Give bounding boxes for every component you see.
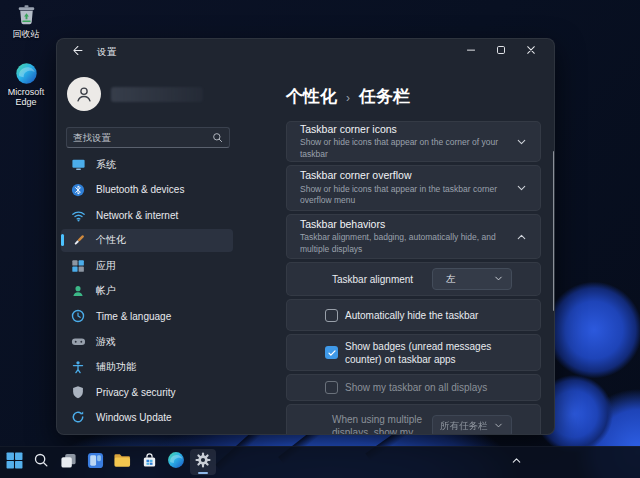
minimize-button[interactable] xyxy=(456,39,486,65)
sidebar-item-personalization[interactable]: 个性化 xyxy=(61,229,233,252)
settings-taskbar-button[interactable] xyxy=(190,449,216,475)
card-subtitle: Show or hide icons that appear on the co… xyxy=(300,137,506,160)
sidebar-item-accounts[interactable]: 帐户 xyxy=(61,279,233,302)
task-view-icon xyxy=(60,452,77,473)
gamepad-icon xyxy=(70,334,86,350)
card-taskbar-behaviors[interactable]: Taskbar behaviors Taskbar alignment, bad… xyxy=(286,214,541,259)
bluetooth-icon xyxy=(70,182,86,198)
checkmark-icon xyxy=(327,344,337,362)
desktop-icon-recycle-bin[interactable]: 回收站 xyxy=(0,2,52,39)
search-input[interactable] xyxy=(67,132,212,143)
taskbar xyxy=(0,446,640,478)
sidebar-item-gaming[interactable]: 游戏 xyxy=(61,330,233,353)
file-explorer-icon xyxy=(113,451,131,473)
taskbar-buttons xyxy=(1,449,216,475)
multiple-displays-dropdown[interactable]: 所有任务栏 xyxy=(432,415,512,435)
auto-hide-checkbox[interactable] xyxy=(325,309,338,322)
card-subtitle: Show or hide icons that appear in the ta… xyxy=(300,184,506,207)
system-icon xyxy=(70,157,86,173)
breadcrumb-separator: › xyxy=(346,89,350,105)
microsoft-store-button[interactable] xyxy=(136,449,162,475)
sidebar-item-label: Bluetooth & devices xyxy=(96,184,184,195)
sidebar-item-windows-update[interactable]: Windows Update xyxy=(61,406,233,429)
sidebar-item-label: Privacy & security xyxy=(96,387,175,398)
accessibility-person-icon xyxy=(70,359,86,375)
tray-overflow-button[interactable] xyxy=(503,449,529,475)
search-icon xyxy=(212,132,223,143)
widgets-icon xyxy=(87,452,104,473)
titlebar: 设置 xyxy=(57,39,554,65)
window-controls xyxy=(456,39,546,65)
desktop-icon-edge[interactable]: Microsoft Edge xyxy=(0,62,52,108)
window-title: 设置 xyxy=(97,46,117,59)
sidebar-item-label: 帐户 xyxy=(96,284,116,298)
close-button[interactable] xyxy=(516,39,546,65)
widgets-button[interactable] xyxy=(82,449,108,475)
user-profile[interactable] xyxy=(67,77,203,111)
sidebar-item-label: 应用 xyxy=(96,259,116,273)
show-badges-label: Show badges (unread messages counter) on… xyxy=(345,340,500,366)
edge-icon xyxy=(0,62,52,85)
edge-taskbar-button[interactable] xyxy=(163,449,189,475)
row-show-badges: Show badges (unread messages counter) on… xyxy=(286,334,541,371)
sidebar: 系统 Bluetooth & devices Network & interne… xyxy=(57,65,285,434)
chevron-down-icon[interactable] xyxy=(515,135,528,148)
sidebar-item-system[interactable]: 系统 xyxy=(61,153,233,176)
taskbar-alignment-dropdown[interactable]: 左 xyxy=(432,268,512,290)
sidebar-item-apps[interactable]: 应用 xyxy=(61,254,233,277)
maximize-button[interactable] xyxy=(486,39,516,65)
card-title: Taskbar behaviors xyxy=(300,218,506,232)
sidebar-item-bluetooth-devices[interactable]: Bluetooth & devices xyxy=(61,178,233,201)
sidebar-item-network-internet[interactable]: Network & internet xyxy=(61,204,233,227)
sidebar-item-label: Network & internet xyxy=(96,210,178,221)
active-app-indicator xyxy=(198,472,208,474)
wifi-icon xyxy=(70,207,86,223)
file-explorer-button[interactable] xyxy=(109,449,135,475)
sidebar-item-label: Windows Update xyxy=(96,412,172,423)
settings-stack: Taskbar corner icons Show or hide icons … xyxy=(286,121,541,435)
personalization-brush-icon xyxy=(70,232,86,248)
sidebar-item-label: 系统 xyxy=(96,158,116,172)
settings-gear-icon xyxy=(194,451,212,473)
all-displays-label: Show my taskbar on all displays xyxy=(345,381,500,394)
sidebar-item-accessibility[interactable]: 辅助功能 xyxy=(61,355,233,378)
auto-hide-label: Automatically hide the taskbar xyxy=(345,309,500,322)
chevron-down-icon[interactable] xyxy=(515,182,528,195)
show-badges-checkbox[interactable] xyxy=(325,346,338,359)
chevron-down-icon xyxy=(493,270,504,288)
back-button[interactable] xyxy=(63,41,91,63)
settings-window: 设置 xyxy=(56,38,555,435)
desktop-icon-label: 回收站 xyxy=(0,29,52,39)
apps-grid-icon xyxy=(70,258,86,274)
card-taskbar-corner-icons[interactable]: Taskbar corner icons Show or hide icons … xyxy=(286,121,541,162)
sidebar-item-privacy-security[interactable]: Privacy & security xyxy=(61,381,233,404)
scrollbar[interactable] xyxy=(553,151,555,311)
row-taskbar-alignment: Taskbar alignment 左 xyxy=(286,262,541,296)
card-taskbar-corner-overflow[interactable]: Taskbar corner overflow Show or hide ico… xyxy=(286,165,541,211)
breadcrumb-parent[interactable]: 个性化 xyxy=(286,85,337,108)
sidebar-item-label: Time & language xyxy=(96,311,171,322)
start-button[interactable] xyxy=(1,449,27,475)
chevron-down-icon xyxy=(493,417,504,435)
avatar xyxy=(67,77,101,111)
sidebar-item-label: 游戏 xyxy=(96,335,116,349)
maximize-icon xyxy=(494,43,508,61)
row-multiple-displays: When using multiple displays, show my 所有… xyxy=(286,404,541,435)
taskbar-alignment-label: Taskbar alignment xyxy=(332,273,413,286)
update-arrows-icon xyxy=(70,409,86,425)
card-subtitle: Taskbar alignment, badging, automaticall… xyxy=(300,232,506,255)
start-icon xyxy=(6,452,23,473)
sidebar-item-time-language[interactable]: Time & language xyxy=(61,305,233,328)
row-taskbar-all-displays: Show my taskbar on all displays xyxy=(286,374,541,401)
content-pane: 个性化 › 任务栏 Taskbar corner icons Show or h… xyxy=(286,65,554,434)
all-displays-checkbox[interactable] xyxy=(325,381,338,394)
breadcrumb: 个性化 › 任务栏 xyxy=(286,85,410,108)
row-auto-hide-taskbar: Automatically hide the taskbar xyxy=(286,299,541,331)
search-icon xyxy=(33,452,49,472)
taskbar-search-button[interactable] xyxy=(28,449,54,475)
edge-icon xyxy=(167,451,185,473)
page-title: 任务栏 xyxy=(359,85,410,108)
clock-icon xyxy=(70,308,86,324)
chevron-up-icon[interactable] xyxy=(515,230,528,243)
task-view-button[interactable] xyxy=(55,449,81,475)
